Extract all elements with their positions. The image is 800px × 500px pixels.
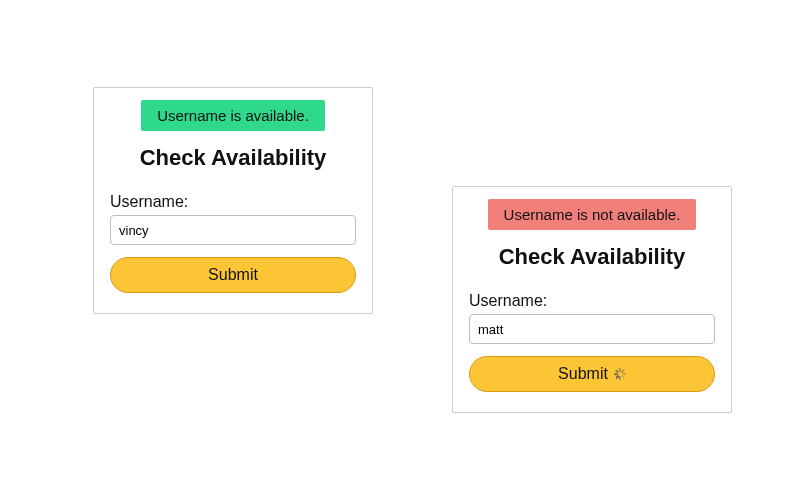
form-title: Check Availability	[110, 145, 356, 171]
username-input[interactable]	[469, 314, 715, 344]
username-label: Username:	[110, 193, 356, 211]
form-title: Check Availability	[469, 244, 715, 270]
loading-spinner-icon	[614, 368, 626, 380]
username-label: Username:	[469, 292, 715, 310]
availability-form: Username is available. Check Availabilit…	[93, 87, 373, 314]
submit-button[interactable]: Submit	[469, 356, 715, 392]
submit-button-label: Submit	[558, 365, 608, 383]
availability-form: Username is not available. Check Availab…	[452, 186, 732, 413]
submit-button[interactable]: Submit	[110, 257, 356, 293]
username-input[interactable]	[110, 215, 356, 245]
status-banner-unavailable: Username is not available.	[488, 199, 697, 230]
status-banner-available: Username is available.	[141, 100, 325, 131]
submit-button-label: Submit	[208, 266, 258, 284]
